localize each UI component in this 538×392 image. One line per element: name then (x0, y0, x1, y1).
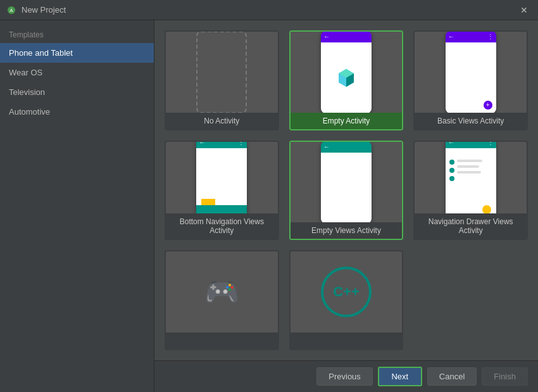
arrow-back-icon-bnav: ← (199, 142, 205, 146)
template-card-nav-drawer[interactable]: ← ⋮ (413, 141, 528, 241)
sidebar: Templates Phone and Tablet Wear OS Telev… (0, 20, 154, 392)
phone-toolbar-nav-drawer: ← ⋮ (446, 142, 496, 148)
template-card-cpp[interactable]: C++ Native C++ (289, 250, 404, 350)
card-preview-no-activity (166, 32, 278, 113)
phone-mock-empty-activity: ← (321, 32, 372, 113)
cube-icon (335, 66, 358, 89)
template-card-empty-activity[interactable]: ← (289, 30, 404, 130)
card-preview-bottom-nav: ← ⋮ (166, 142, 278, 214)
sidebar-item-phone-tablet[interactable]: Phone and Tablet (0, 43, 154, 63)
phone-toolbar-empty-activity: ← (321, 32, 372, 42)
card-preview-nav-drawer: ← ⋮ (415, 142, 527, 214)
template-card-basic-views[interactable]: ← ⋮ + Basic Views Activity (413, 30, 528, 130)
main-layout: Templates Phone and Tablet Wear OS Telev… (0, 20, 538, 392)
arrow-back-icon-nd: ← (448, 142, 454, 146)
circle-dot-2 (449, 168, 454, 173)
arrow-back-icon-basic: ← (448, 33, 454, 40)
card-label-nav-drawer: Navigation Drawer Views Activity (415, 213, 527, 239)
card-preview-game: 🎮 (166, 251, 278, 332)
card-label-basic-views: Basic Views Activity (415, 113, 527, 129)
card-label-empty-views: Empty Views Activity (291, 222, 403, 239)
game-controller-icon: 🎮 (204, 275, 239, 308)
fab-yellow (482, 205, 491, 214)
phone-mock-basic-views: ← ⋮ + (446, 32, 496, 113)
cpp-icon: C++ (321, 267, 372, 317)
card-label-no-activity: No Activity (166, 113, 278, 129)
phone-body-basic-views: + (446, 42, 496, 113)
template-card-bottom-nav[interactable]: ← ⋮ Bottom Navigation Views Activity (165, 141, 279, 241)
bottom-nav-yellow-bar (201, 199, 215, 205)
nd-line-3 (457, 171, 481, 174)
game-preview: 🎮 (166, 251, 278, 332)
bottom-bar: Previous Next Cancel Finish (154, 360, 538, 392)
no-activity-icon (196, 32, 247, 113)
title-bar: A New Project ✕ (0, 0, 538, 20)
close-button[interactable]: ✕ (516, 4, 532, 16)
phone-body-empty-activity (321, 42, 372, 113)
previous-button[interactable]: Previous (316, 367, 373, 386)
circle-dots (449, 160, 454, 181)
phone-body-nav-drawer (446, 148, 496, 214)
template-card-no-activity[interactable]: No Activity (165, 30, 279, 130)
phone-toolbar-empty-views: ← (321, 142, 372, 153)
sidebar-item-television[interactable]: Television (0, 82, 154, 102)
phone-toolbar-basic-views: ← ⋮ (446, 32, 496, 42)
card-label-bottom-nav: Bottom Navigation Views Activity (166, 213, 278, 239)
phone-mock-nav-drawer: ← ⋮ (446, 142, 496, 214)
card-label-empty-activity: Empty Activity (291, 113, 403, 129)
template-card-empty-views[interactable]: ← Empty Views Activity (289, 141, 404, 241)
svg-text:A: A (9, 8, 13, 13)
sidebar-item-automotive[interactable]: Automotive (0, 102, 154, 122)
card-preview-cpp: C++ (291, 251, 403, 332)
app-icon: A (6, 5, 16, 15)
more-vert-icon-bnav: ⋮ (238, 142, 244, 146)
template-card-game[interactable]: 🎮 Game Activity (165, 250, 279, 350)
phone-body-bottom-nav (196, 148, 247, 214)
circle-dot-3 (449, 176, 454, 181)
phone-body-empty-views (321, 153, 372, 223)
arrow-back-icon-ev: ← (323, 143, 330, 150)
sidebar-item-wear-os[interactable]: Wear OS (0, 63, 154, 82)
nd-line-1 (457, 160, 482, 162)
more-vert-icon-basic: ⋮ (487, 33, 494, 40)
finish-button[interactable]: Finish (482, 367, 528, 386)
nav-drawer-body-lines (457, 160, 482, 174)
next-button[interactable]: Next (378, 367, 422, 386)
more-vert-icon-nd: ⋮ (487, 142, 494, 146)
nd-line-2 (457, 165, 479, 168)
fab-button-basic: + (484, 101, 492, 110)
arrow-back-icon: ← (323, 33, 330, 40)
cancel-button[interactable]: Cancel (427, 367, 477, 386)
phone-mock-bottom-nav: ← ⋮ (196, 142, 247, 214)
window-title: New Project (22, 5, 516, 15)
phone-mock-empty-views: ← (321, 142, 372, 223)
bottom-nav-bar (196, 206, 247, 214)
sidebar-section-label: Templates (0, 27, 154, 43)
phone-toolbar-bottom-nav: ← ⋮ (196, 142, 247, 148)
card-preview-basic-views: ← ⋮ + (415, 32, 527, 113)
content-area: No Activity ← (154, 20, 538, 392)
card-preview-empty-views: ← (291, 142, 403, 223)
template-grid: No Activity ← (154, 20, 538, 360)
card-preview-empty-activity: ← (291, 32, 403, 113)
circle-dot-1 (449, 160, 454, 165)
